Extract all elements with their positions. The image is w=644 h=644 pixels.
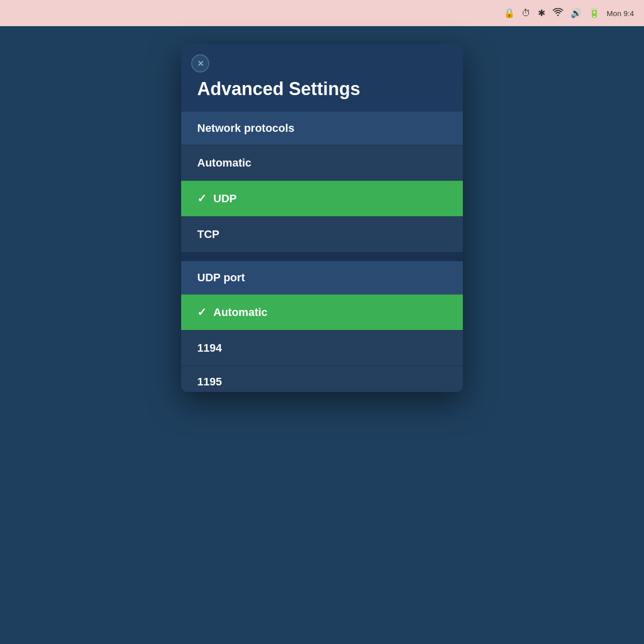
port-1195-item[interactable]: 1195	[181, 366, 463, 392]
udp-protocol-label: UDP	[213, 192, 236, 205]
automatic-protocol-label: Automatic	[197, 156, 252, 169]
lock-icon: 🔒	[504, 8, 515, 19]
udp-protocol-item[interactable]: ✓ UDP	[181, 181, 463, 216]
port-1194-label: 1194	[197, 342, 222, 354]
modal-header: ✕ Advanced Settings	[181, 44, 463, 112]
wifi-icon	[552, 8, 564, 19]
port-1195-label: 1195	[197, 375, 222, 388]
bluetooth-icon: ✱	[538, 8, 545, 19]
modal-title: Advanced Settings	[197, 78, 360, 99]
close-icon: ✕	[197, 59, 204, 68]
udp-port-header: UDP port	[181, 261, 463, 294]
menubar: 🔒 ⏱ ✱ 🔊 🔋 Mon 9:4	[0, 0, 644, 26]
automatic-protocol-item[interactable]: Automatic	[181, 145, 463, 181]
automatic-port-label: Automatic	[213, 306, 268, 319]
section-divider	[181, 252, 463, 261]
tcp-protocol-label: TCP	[197, 228, 219, 240]
network-protocols-label: Network protocols	[197, 122, 294, 134]
close-button[interactable]: ✕	[191, 54, 209, 72]
time-machine-icon: ⏱	[522, 8, 531, 19]
automatic-port-checkmark-icon: ✓	[197, 306, 206, 319]
automatic-port-item[interactable]: ✓ Automatic	[181, 294, 463, 330]
menubar-time: Mon 9:4	[607, 9, 634, 18]
battery-icon: 🔋	[589, 8, 600, 19]
advanced-settings-modal: ✕ Advanced Settings Network protocols Au…	[181, 44, 463, 392]
tcp-protocol-item[interactable]: TCP	[181, 216, 463, 252]
volume-icon: 🔊	[571, 8, 582, 19]
port-1194-item[interactable]: 1194	[181, 330, 463, 366]
network-protocols-header: Network protocols	[181, 112, 463, 145]
udp-port-label: UDP port	[197, 271, 245, 284]
udp-checkmark-icon: ✓	[197, 192, 206, 205]
